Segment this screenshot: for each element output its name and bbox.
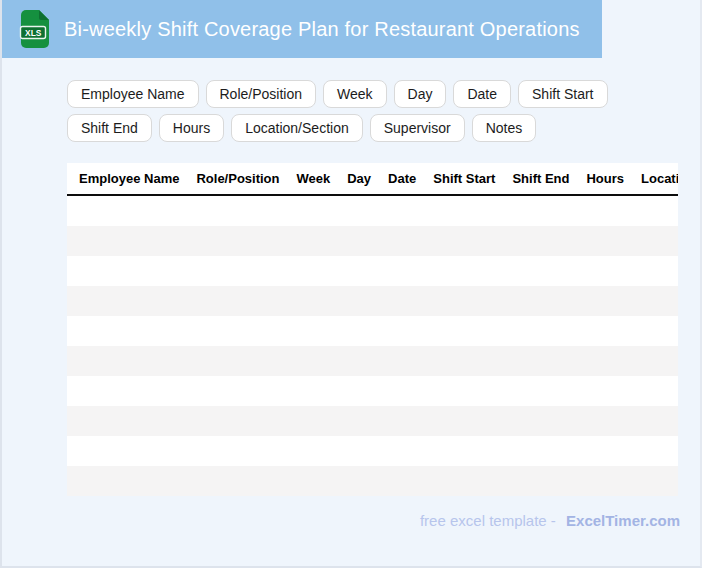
page-title: Bi-weekly Shift Coverage Plan for Restau… — [64, 18, 580, 41]
empty-table-row — [67, 406, 678, 436]
footer-label: free excel template - — [420, 512, 556, 529]
content-area: Employee NameRole/PositionWeekDayDateShi… — [2, 58, 700, 496]
column-tag-chip[interactable]: Day — [394, 80, 447, 108]
column-header: Week — [297, 171, 331, 186]
column-header: Day — [347, 171, 371, 186]
empty-table-row — [67, 286, 678, 316]
spreadsheet-header-row: Employee NameRole/PositionWeekDayDateShi… — [67, 163, 678, 196]
column-header: Location/Section — [641, 171, 678, 186]
footer-brand-link[interactable]: ExcelTimer.com — [566, 512, 680, 529]
column-header: Shift End — [512, 171, 569, 186]
footer: free excel template - ExcelTimer.com — [67, 512, 680, 529]
column-tag-chip[interactable]: Role/Position — [206, 80, 317, 108]
column-tag-chip[interactable]: Week — [323, 80, 387, 108]
spreadsheet-body — [67, 196, 678, 496]
column-header: Role/Position — [196, 171, 279, 186]
empty-table-row — [67, 226, 678, 256]
column-header: Shift Start — [433, 171, 495, 186]
header-bar: XLS Bi-weekly Shift Coverage Plan for Re… — [2, 0, 602, 58]
column-tag-chip[interactable]: Date — [453, 80, 511, 108]
empty-table-row — [67, 466, 678, 496]
empty-table-row — [67, 436, 678, 466]
empty-table-row — [67, 376, 678, 406]
template-preview-page: XLS Bi-weekly Shift Coverage Plan for Re… — [0, 0, 702, 568]
column-tag-chip[interactable]: Shift End — [67, 114, 152, 142]
spreadsheet-preview: Employee NameRole/PositionWeekDayDateShi… — [67, 163, 678, 496]
column-tag-list: Employee NameRole/PositionWeekDayDateShi… — [67, 80, 667, 142]
column-tag-chip[interactable]: Location/Section — [231, 114, 363, 142]
empty-table-row — [67, 256, 678, 286]
empty-table-row — [67, 346, 678, 376]
column-tag-chip[interactable]: Employee Name — [67, 80, 199, 108]
column-tag-chip[interactable]: Shift Start — [518, 80, 607, 108]
xls-file-icon: XLS — [19, 10, 50, 48]
column-tag-chip[interactable]: Notes — [472, 114, 537, 142]
column-tag-chip[interactable]: Supervisor — [370, 114, 465, 142]
empty-table-row — [67, 196, 678, 226]
column-header: Employee Name — [79, 171, 179, 186]
column-tag-chip[interactable]: Hours — [159, 114, 224, 142]
column-header: Hours — [586, 171, 624, 186]
empty-table-row — [67, 316, 678, 346]
xls-badge-text: XLS — [25, 28, 42, 38]
column-header: Date — [388, 171, 416, 186]
